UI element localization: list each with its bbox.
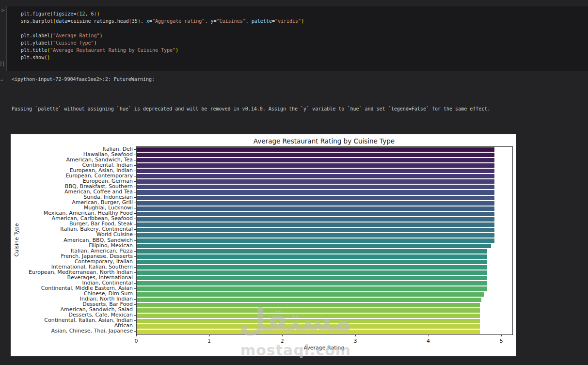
warning-message-text: Passing `palette` without assigning `hue… bbox=[12, 106, 490, 111]
y-axis-tick-mark bbox=[134, 294, 136, 294]
x-axis-tick-mark bbox=[355, 334, 356, 336]
bar bbox=[137, 319, 480, 323]
y-axis-tick-mark bbox=[134, 240, 136, 241]
bar bbox=[137, 249, 487, 254]
bar bbox=[137, 308, 480, 313]
bar bbox=[137, 179, 494, 184]
bar bbox=[137, 196, 494, 200]
y-axis-tick-mark bbox=[134, 224, 136, 224]
plot-area bbox=[136, 146, 513, 335]
bar bbox=[137, 206, 494, 211]
code-cell[interactable]: plt.figure(figsize=(12, 6))sns.barplot(d… bbox=[6, 6, 588, 71]
y-axis-tick-mark bbox=[134, 326, 136, 326]
bar bbox=[137, 147, 494, 152]
bar bbox=[137, 153, 494, 157]
y-axis-tick-mark bbox=[134, 288, 136, 289]
x-axis-tick-label: 0 bbox=[127, 338, 146, 344]
bar bbox=[137, 185, 494, 189]
y-axis-tick-mark bbox=[134, 208, 136, 208]
x-axis-tick-mark bbox=[209, 334, 210, 336]
y-axis-tick-mark bbox=[134, 203, 136, 203]
y-axis-tick-mark bbox=[134, 331, 136, 332]
y-axis-tick-mark bbox=[134, 278, 136, 278]
code-line: sns.barplot(data=cuisine_ratings.head(35… bbox=[21, 17, 304, 25]
x-axis-tick-mark bbox=[282, 334, 283, 336]
code-line: plt.ylabel("Cuisine Type") bbox=[21, 39, 304, 47]
bar bbox=[137, 270, 487, 275]
bar bbox=[137, 254, 487, 259]
x-axis-tick-label: 4 bbox=[419, 338, 438, 344]
y-axis-tick-mark bbox=[134, 315, 136, 316]
y-axis-tick-mark bbox=[134, 283, 136, 284]
chart-title: Average Restaurant Rating by Cuisine Typ… bbox=[136, 137, 512, 145]
bar bbox=[137, 286, 487, 291]
bar bbox=[137, 238, 494, 243]
bar bbox=[137, 314, 480, 318]
bar bbox=[137, 163, 494, 168]
x-axis-tick-label: 1 bbox=[200, 338, 219, 344]
bar bbox=[137, 169, 494, 173]
y-axis-tick-mark bbox=[134, 171, 136, 171]
y-axis-tick-mark bbox=[134, 251, 136, 252]
x-axis-label: Average Rating bbox=[136, 345, 512, 351]
output-marker-icon[interactable]: → bbox=[0, 77, 3, 83]
y-axis-tick-mark bbox=[134, 299, 136, 300]
y-axis-tick-mark bbox=[134, 310, 136, 310]
bar bbox=[137, 276, 487, 280]
bar bbox=[137, 174, 494, 178]
y-axis-tick-mark bbox=[134, 181, 136, 182]
x-axis-tick-mark bbox=[501, 334, 502, 336]
cell-collapse-icon[interactable]: > bbox=[1, 7, 5, 14]
y-axis-tick-mark bbox=[134, 160, 136, 160]
x-axis-tick-label: 2 bbox=[272, 338, 292, 344]
bar bbox=[137, 303, 480, 307]
y-axis-tick-label: Asian, Chinese, Thai, Japanese bbox=[11, 328, 133, 334]
y-axis-tick-mark bbox=[134, 197, 136, 198]
x-axis-tick-mark bbox=[429, 334, 429, 336]
x-axis-tick-label: 3 bbox=[346, 338, 365, 344]
y-axis-tick-mark bbox=[134, 187, 136, 187]
bar bbox=[137, 158, 494, 162]
y-axis-tick-mark bbox=[134, 219, 136, 219]
code-line: plt.figure(figsize=(12, 6)) bbox=[21, 10, 304, 17]
bar bbox=[137, 233, 494, 238]
bar bbox=[137, 330, 480, 334]
code-line: plt.xlabel("Average Rating") bbox=[21, 32, 304, 39]
y-axis-tick-mark bbox=[134, 304, 136, 305]
y-axis-tick-mark bbox=[134, 256, 136, 257]
bar bbox=[137, 222, 494, 227]
bar bbox=[137, 281, 487, 286]
x-axis-tick-mark bbox=[136, 334, 137, 336]
code-line: plt.show() bbox=[21, 54, 304, 61]
bar bbox=[137, 217, 494, 222]
y-axis-tick-mark bbox=[134, 267, 136, 268]
bar bbox=[137, 201, 494, 206]
execution-count-label: 2] bbox=[0, 61, 5, 66]
y-axis-tick-mark bbox=[134, 262, 136, 262]
y-axis-tick-mark bbox=[134, 165, 136, 166]
y-axis-tick-mark bbox=[134, 192, 136, 192]
y-axis-tick-mark bbox=[134, 320, 136, 321]
y-axis-tick-mark bbox=[134, 235, 136, 235]
y-axis-tick-mark bbox=[134, 246, 136, 246]
bar bbox=[137, 292, 484, 297]
y-axis-tick-mark bbox=[134, 155, 136, 155]
bar bbox=[137, 212, 494, 216]
chart-figure: Average Restaurant Rating by Cuisine Typ… bbox=[11, 134, 516, 356]
y-axis-tick-mark bbox=[134, 229, 136, 230]
code-editor[interactable]: plt.figure(figsize=(12, 6))sns.barplot(d… bbox=[21, 10, 304, 61]
y-axis-tick-mark bbox=[134, 176, 136, 176]
code-line bbox=[21, 25, 304, 32]
y-axis-tick-mark bbox=[134, 213, 136, 214]
code-line: plt.title("Average Restaurant Rating by … bbox=[21, 47, 304, 54]
bar bbox=[137, 298, 481, 302]
warning-location-text: <ipython-input-72-9904faac1ee2>:2: Futur… bbox=[12, 77, 155, 82]
y-axis-tick-mark bbox=[134, 272, 136, 273]
bar bbox=[137, 260, 487, 264]
bar bbox=[137, 265, 487, 270]
y-axis-tick-mark bbox=[134, 149, 136, 150]
bar bbox=[137, 324, 480, 329]
x-axis-tick-label: 5 bbox=[492, 338, 511, 344]
bar bbox=[137, 228, 494, 232]
bar bbox=[137, 190, 494, 194]
